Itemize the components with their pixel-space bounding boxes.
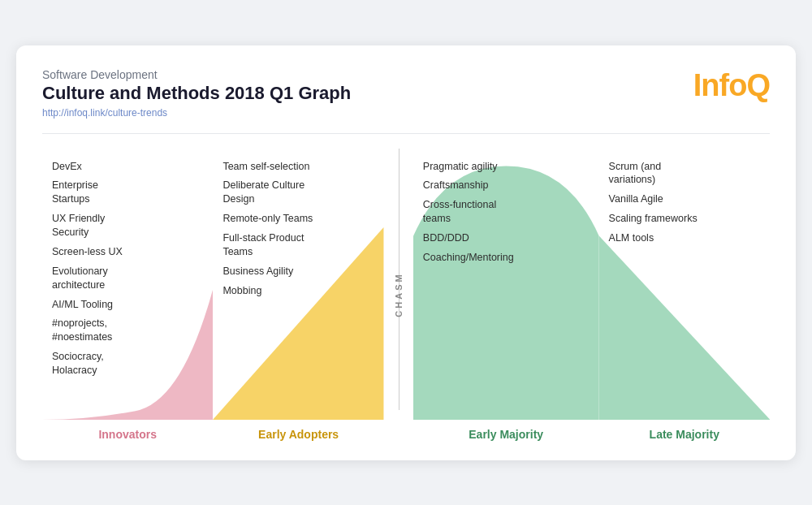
header-divider bbox=[42, 133, 770, 134]
item-alm-tools: ALM tools bbox=[609, 231, 762, 245]
item-scrum-variations: Scrum (andvariations) bbox=[609, 160, 762, 188]
item-screenless-ux: Screen-less UX bbox=[52, 245, 205, 259]
logo-q: Q bbox=[746, 68, 770, 102]
infoq-logo: InfoQ bbox=[693, 68, 770, 103]
item-sociocracy: Sociocracy,Holacracy bbox=[52, 350, 205, 378]
item-evolutionary-arch: Evolutionaryarchitecture bbox=[52, 265, 205, 292]
early-adopters-shape-area: Team self-selection Deliberate CultureDe… bbox=[213, 149, 383, 420]
logo-info: Info bbox=[693, 68, 747, 102]
item-business-agility: Business Agility bbox=[222, 265, 375, 278]
late-majority-items: Scrum (andvariations) Vanilla Agile Scal… bbox=[599, 149, 770, 420]
early-adopters-column: Team self-selection Deliberate CultureDe… bbox=[213, 149, 383, 441]
innovators-shape-area: DevEx EnterpriseStartups UX FriendlySecu… bbox=[42, 149, 213, 420]
early-majority-shape-area: Pragmatic agility Craftsmanship Cross-fu… bbox=[413, 149, 599, 420]
item-aiml-tooling: AI/ML Tooling bbox=[52, 298, 205, 312]
late-majority-shape-area: Scrum (andvariations) Vanilla Agile Scal… bbox=[599, 149, 770, 420]
item-enterprise-startups: EnterpriseStartups bbox=[52, 179, 205, 206]
item-fullstack-product-teams: Full-stack ProductTeams bbox=[222, 231, 375, 259]
early-adopters-label: Early Adopters bbox=[213, 420, 383, 441]
early-adopters-items: Team self-selection Deliberate CultureDe… bbox=[213, 149, 383, 420]
innovators-label: Innovators bbox=[42, 420, 213, 441]
item-mobbing: Mobbing bbox=[222, 284, 375, 298]
item-pragmatic-agility: Pragmatic agility bbox=[423, 160, 591, 174]
header-left: Software Development Culture and Methods… bbox=[42, 68, 351, 119]
item-scaling-frameworks: Scaling frameworks bbox=[609, 212, 762, 226]
item-devex: DevEx bbox=[52, 160, 205, 174]
url-link[interactable]: http://infoq.link/culture-trends bbox=[42, 107, 351, 119]
early-majority-column: Pragmatic agility Craftsmanship Cross-fu… bbox=[413, 149, 599, 441]
item-vanilla-agile: Vanilla Agile bbox=[609, 192, 762, 206]
early-majority-label: Early Majority bbox=[413, 420, 599, 441]
chasm-divider: CHASM bbox=[384, 149, 413, 441]
chart-container: DevEx EnterpriseStartups UX FriendlySecu… bbox=[42, 149, 770, 441]
item-bdd-ddd: BDD/DDD bbox=[423, 231, 591, 245]
innovators-items: DevEx EnterpriseStartups UX FriendlySecu… bbox=[42, 149, 213, 420]
item-cross-functional-teams: Cross-functionalteams bbox=[423, 198, 591, 226]
late-majority-column: Scrum (andvariations) Vanilla Agile Scal… bbox=[599, 149, 770, 441]
item-ux-security: UX FriendlySecurity bbox=[52, 212, 205, 240]
subtitle: Software Development bbox=[42, 68, 351, 81]
header: Software Development Culture and Methods… bbox=[42, 68, 770, 119]
main-card: Software Development Culture and Methods… bbox=[16, 45, 796, 460]
item-craftsmanship: Craftsmanship bbox=[423, 179, 591, 192]
item-noprojects: #noprojects,#noestimates bbox=[52, 317, 205, 344]
innovators-column: DevEx EnterpriseStartups UX FriendlySecu… bbox=[42, 149, 213, 441]
early-majority-items: Pragmatic agility Craftsmanship Cross-fu… bbox=[413, 149, 599, 420]
late-majority-label: Late Majority bbox=[599, 420, 770, 441]
item-remote-only-teams: Remote-only Teams bbox=[222, 212, 375, 226]
item-team-self-selection: Team self-selection bbox=[222, 160, 375, 174]
chasm-label: CHASM bbox=[394, 272, 404, 317]
item-deliberate-culture: Deliberate CultureDesign bbox=[222, 179, 375, 206]
page-title: Culture and Methods 2018 Q1 Graph bbox=[42, 83, 351, 104]
item-coaching-mentoring: Coaching/Mentoring bbox=[423, 251, 591, 265]
